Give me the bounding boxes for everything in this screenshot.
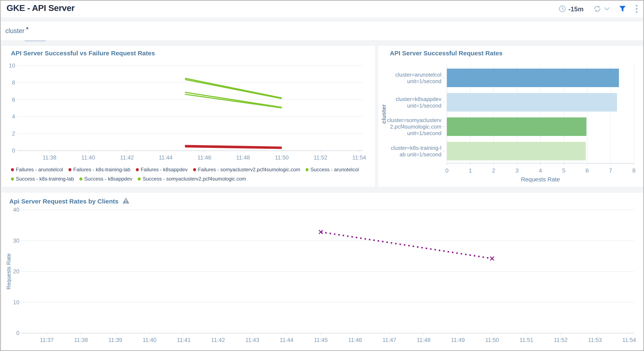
svg-text:10: 10 xyxy=(9,62,15,69)
svg-text:1: 1 xyxy=(468,167,472,174)
svg-text:2.pcf4sumologic.com: 2.pcf4sumologic.com xyxy=(390,123,442,130)
svg-text:11:44: 11:44 xyxy=(280,337,294,343)
svg-text:Requests Rate: Requests Rate xyxy=(6,253,12,290)
legend-dot xyxy=(306,168,308,171)
svg-text:11:43: 11:43 xyxy=(245,337,259,343)
legend-label: Failures - k8sappdev xyxy=(141,167,188,173)
legend-dot xyxy=(193,168,196,171)
legend-item[interactable]: Success - k8s-training-lab xyxy=(11,176,74,182)
svg-text:6: 6 xyxy=(12,97,15,103)
warning-icon[interactable] xyxy=(122,197,130,205)
svg-text:4: 4 xyxy=(539,167,542,174)
svg-text:Requests Rate: Requests Rate xyxy=(521,176,560,183)
panel-title: Api Server Request Rates by Clients xyxy=(9,198,118,205)
svg-text:11:38: 11:38 xyxy=(42,154,56,161)
svg-text:cluster=k8s-training-l: cluster=k8s-training-l xyxy=(391,145,442,151)
filter-bar: cluster * xyxy=(1,22,643,40)
svg-text:30: 30 xyxy=(13,238,19,244)
legend-dot xyxy=(138,177,141,181)
svg-text:11:52: 11:52 xyxy=(314,154,328,161)
svg-text:8: 8 xyxy=(12,79,15,86)
filter-icon[interactable] xyxy=(619,5,626,13)
legend-label: Failures - somyaclusterv2.pcf4sumologic.… xyxy=(198,167,300,173)
legend-item[interactable]: Success - k8sappdev xyxy=(80,176,132,182)
svg-text:3: 3 xyxy=(515,167,519,174)
time-range-label[interactable]: -15m xyxy=(568,5,584,13)
svg-text:11:49: 11:49 xyxy=(451,337,465,343)
svg-text:11:51: 11:51 xyxy=(520,337,534,343)
svg-text:cluster=somyaclusterv: cluster=somyaclusterv xyxy=(387,117,442,123)
legend-label: Success - arunotelcol xyxy=(310,167,359,173)
legend-item[interactable]: Failures - arunotelcol xyxy=(11,167,63,173)
svg-text:unit=1/second: unit=1/second xyxy=(407,102,442,109)
filter-underline xyxy=(25,41,46,41)
panel-successful-rates: API Server Successful Request Rates 0123… xyxy=(378,46,643,187)
svg-text:11:42: 11:42 xyxy=(120,154,134,161)
clock-icon[interactable] xyxy=(558,5,566,14)
svg-text:11:44: 11:44 xyxy=(159,154,173,161)
success-vs-failure-line-chart[interactable]: 024681011:3811:4011:4211:4411:4611:4811:… xyxy=(2,46,375,165)
legend-label: Failures - k8s-training-lab xyxy=(73,167,130,173)
svg-text:11:50: 11:50 xyxy=(485,337,499,343)
legend-item[interactable]: Failures - k8s-training-lab xyxy=(68,167,130,173)
svg-text:11:37: 11:37 xyxy=(40,337,54,343)
chevron-down-icon[interactable] xyxy=(604,7,610,11)
svg-text:10: 10 xyxy=(13,299,19,306)
legend-label: Success - k8sappdev xyxy=(84,176,132,182)
svg-text:unit=1/second: unit=1/second xyxy=(407,130,442,136)
filter-value-input[interactable]: * xyxy=(26,25,29,33)
legend-item[interactable]: Success - arunotelcol xyxy=(306,167,359,173)
svg-text:11:38: 11:38 xyxy=(74,337,88,343)
svg-text:cluster=arunotelcol: cluster=arunotelcol xyxy=(395,71,442,78)
legend-dot xyxy=(11,168,14,171)
svg-text:11:54: 11:54 xyxy=(622,337,636,343)
panel-success-vs-failure: API Server Successful vs Failure Request… xyxy=(2,46,375,187)
requests-by-clients-line-chart[interactable]: 01020304011:3711:3811:3911:4011:4111:421… xyxy=(2,193,643,351)
svg-text:8: 8 xyxy=(632,167,636,174)
successful-rates-bar-chart[interactable]: 012345678cluster=arunotelcolunit=1/secon… xyxy=(378,46,643,187)
legend-dot xyxy=(68,168,72,171)
legend-dot xyxy=(136,168,139,171)
svg-text:6: 6 xyxy=(586,167,589,174)
dashboard: GKE - API Server -15m xyxy=(0,0,644,351)
svg-text:11:47: 11:47 xyxy=(382,337,396,343)
svg-text:0: 0 xyxy=(445,167,448,174)
svg-text:11:45: 11:45 xyxy=(314,337,328,343)
legend-item[interactable]: Success - somyaclusterv2.pcf4sumologic.c… xyxy=(138,176,246,182)
panel-title: API Server Successful vs Failure Request… xyxy=(11,50,155,57)
svg-text:ab unit=1/second: ab unit=1/second xyxy=(400,151,442,158)
filter-label: cluster xyxy=(5,27,24,35)
panel-requests-by-clients: Api Server Request Rates by Clients 0102… xyxy=(2,193,643,351)
svg-text:11:50: 11:50 xyxy=(275,154,289,161)
legend-item[interactable]: Failures - k8sappdev xyxy=(136,167,188,173)
header-actions: -15m xyxy=(558,4,638,14)
svg-text:cluster=k8sappdev: cluster=k8sappdev xyxy=(396,96,442,102)
svg-text:unit=1/second: unit=1/second xyxy=(407,78,442,84)
legend-item[interactable]: Failures - somyaclusterv2.pcf4sumologic.… xyxy=(193,167,300,173)
legend-label: Failures - arunotelcol xyxy=(16,167,63,173)
svg-text:0: 0 xyxy=(16,330,19,336)
svg-text:11:40: 11:40 xyxy=(142,337,156,343)
svg-text:11:46: 11:46 xyxy=(348,337,362,343)
legend-dot xyxy=(80,177,82,181)
svg-text:11:52: 11:52 xyxy=(554,337,568,343)
svg-text:11:53: 11:53 xyxy=(588,337,602,343)
svg-text:11:48: 11:48 xyxy=(417,337,431,343)
header: GKE - API Server -15m xyxy=(1,1,643,17)
svg-text:2: 2 xyxy=(12,130,15,137)
legend-dot xyxy=(11,177,14,181)
svg-text:40: 40 xyxy=(13,207,19,213)
legend-label: Success - k8s-training-lab xyxy=(16,176,74,182)
page-title: GKE - API Server xyxy=(6,3,74,13)
kebab-menu-icon[interactable] xyxy=(635,4,638,14)
svg-text:11:42: 11:42 xyxy=(211,337,225,343)
refresh-icon[interactable] xyxy=(593,5,602,14)
panel-title: API Server Successful Request Rates xyxy=(390,50,502,57)
svg-text:11:39: 11:39 xyxy=(108,337,122,343)
svg-text:11:48: 11:48 xyxy=(236,154,250,161)
chart-legend: Failures - arunotelcolFailures - k8s-tra… xyxy=(11,167,369,182)
legend-label: Success - somyaclusterv2.pcf4sumologic.c… xyxy=(142,176,246,182)
svg-text:2: 2 xyxy=(492,167,495,174)
svg-text:5: 5 xyxy=(562,167,566,174)
svg-text:7: 7 xyxy=(609,167,612,174)
